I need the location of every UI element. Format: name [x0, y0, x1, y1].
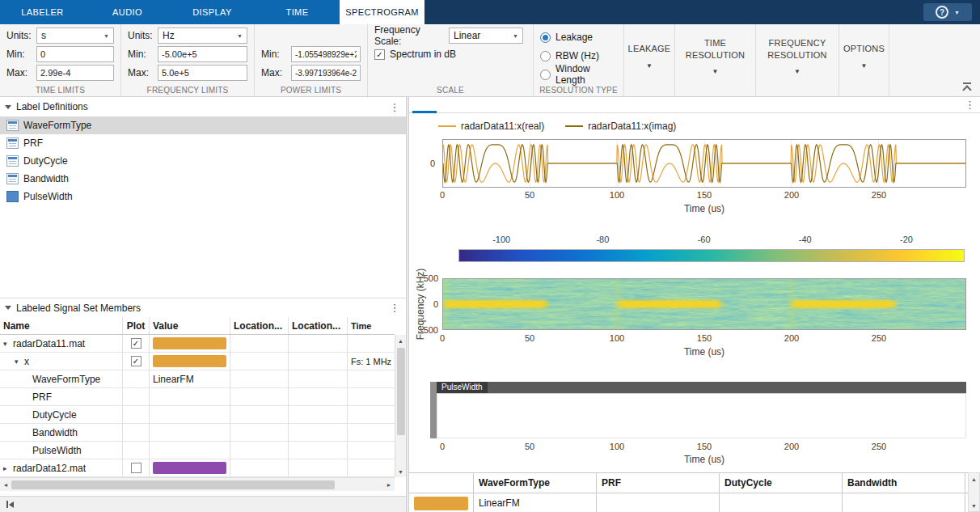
expander-icon[interactable]: ▸ [3, 464, 13, 472]
tab-spectrogram[interactable]: SPECTROGRAM [340, 0, 425, 24]
time-plot[interactable] [442, 139, 966, 188]
member-name: Bandwidth [32, 427, 78, 438]
members-header[interactable]: Labeled Signal Set Members ⋮ [0, 298, 406, 317]
x-tick-label: 250 [872, 442, 886, 451]
table-row[interactable]: Bandwidth [0, 424, 395, 442]
value-swatch [153, 462, 226, 474]
scroll-up-icon[interactable]: ▲ [395, 335, 406, 346]
units-label: Units: [6, 30, 36, 41]
column-header[interactable]: Time [348, 317, 395, 334]
frequency-scale-dropdown[interactable]: Linear ▼ [449, 28, 523, 44]
label-definition-dutycycle[interactable]: DutyCycle [0, 152, 406, 170]
frequency-min-input[interactable] [158, 46, 247, 62]
spectrogram-toolstrip: Units: s ▼ Min: Max: TIME LIMITS Units: … [0, 24, 980, 97]
pulsewidth-track-area[interactable] [437, 393, 966, 438]
power-max-input[interactable] [291, 65, 361, 81]
scroll-left-icon[interactable]: ◄ [0, 479, 11, 490]
members-kebab-icon[interactable]: ⋮ [388, 302, 401, 314]
leakage-button[interactable]: LEAKAGE ▼ [624, 24, 675, 96]
members-table-body: ▾ radarData11.mat ✓ ▾ x ✓ Fs: 1 MHz [0, 335, 395, 477]
label-definitions-kebab-icon[interactable]: ⋮ [388, 101, 401, 113]
x-axis-label: Time (us) [442, 203, 966, 216]
frequency-max-input[interactable] [158, 65, 247, 81]
column-header[interactable]: Bandwidth [843, 473, 965, 493]
label-value-cell[interactable] [597, 493, 720, 512]
label-track-handle[interactable] [430, 382, 437, 438]
time-max-input[interactable] [36, 65, 114, 81]
collapse-toolstrip-icon[interactable] [962, 83, 972, 91]
table-row[interactable]: DutyCycle [0, 406, 395, 424]
options-button[interactable]: OPTIONS ▼ [839, 24, 889, 96]
label-definition-prf[interactable]: PRF [0, 134, 406, 152]
frequency-units-dropdown[interactable]: Hz ▼ [158, 28, 247, 44]
expander-icon[interactable]: ▾ [15, 358, 24, 366]
x-axis-label: Time (us) [442, 346, 966, 359]
time-resolution-button[interactable]: TIME RESOLUTION ▼ [675, 24, 756, 96]
label-definition-pulsewidth[interactable]: PulseWidth [0, 188, 406, 205]
tab-labeler[interactable]: LABELER [0, 0, 85, 24]
label-value-cell[interactable]: LinearFM [474, 493, 597, 512]
frequency-resolution-button[interactable]: FREQUENCY RESOLUTION ▼ [756, 24, 839, 96]
label-definition-waveformtype[interactable]: WaveFormType [0, 116, 406, 134]
radio-leakage[interactable]: Leakage [540, 29, 617, 45]
min-label: Min: [261, 49, 291, 60]
time-min-input[interactable] [36, 46, 114, 62]
tab-time[interactable]: TIME [255, 0, 340, 24]
time-units-dropdown[interactable]: s ▼ [36, 28, 114, 44]
scroll-down-icon[interactable]: ▼ [395, 466, 406, 477]
table-row[interactable]: ▾ x ✓ Fs: 1 MHz [0, 353, 395, 370]
x-tick-label: 50 [525, 333, 534, 343]
scroll-up-icon[interactable]: ▲ [969, 473, 979, 484]
column-header[interactable]: PRF [597, 473, 720, 493]
label-value-cell[interactable] [843, 493, 965, 512]
table-row[interactable]: PulseWidth [0, 442, 395, 459]
label-table-scrollbar[interactable]: ▲ ▼ [968, 472, 980, 512]
column-header[interactable]: Value [150, 317, 230, 334]
table-row[interactable]: PRF [0, 388, 395, 406]
radio-rbw[interactable]: RBW (Hz) [540, 48, 617, 64]
table-row[interactable]: ▾ radarData11.mat ✓ [0, 335, 395, 353]
members-vertical-scrollbar[interactable]: ▲ ▼ [395, 335, 406, 477]
members-horizontal-scrollbar[interactable]: ◄ ► [0, 477, 395, 491]
colorbar-tick-label: -20 [900, 235, 913, 244]
plot-checkbox[interactable] [131, 463, 142, 473]
tab-audio[interactable]: AUDIO [85, 0, 170, 24]
legend-item: radarData11:x(imag) [565, 121, 676, 132]
tab-display[interactable]: DISPLAY [170, 0, 255, 24]
spectrogram-x-axis: 0 50 100 150 200 250 [442, 333, 966, 345]
column-header[interactable]: Name [0, 317, 123, 334]
label-definitions-header[interactable]: Label Definitions ⋮ [0, 97, 406, 116]
column-header[interactable]: Location... [230, 317, 289, 334]
column-header[interactable]: DutyCycle [720, 473, 843, 493]
x-tick-label: 0 [440, 190, 445, 200]
plot-checkbox[interactable]: ✓ [131, 338, 142, 349]
section-label: RESOLUTION TYPE [534, 86, 623, 95]
label-value-cell[interactable] [720, 493, 843, 512]
table-row[interactable]: LinearFM [409, 493, 968, 512]
plot-checkbox[interactable]: ✓ [131, 356, 142, 366]
power-min-input[interactable] [291, 46, 361, 62]
scrollbar-thumb[interactable] [397, 348, 405, 435]
table-row[interactable]: WaveFormType LinearFM [0, 370, 395, 388]
spectrum-db-checkbox[interactable]: ✓ [374, 49, 385, 60]
table-row[interactable]: ▸ radarData12.mat [0, 459, 395, 477]
chevron-down-icon: ▼ [237, 33, 243, 39]
scrollbar-thumb[interactable] [11, 480, 335, 489]
column-header [409, 473, 474, 493]
collapse-panel-button[interactable] [6, 501, 14, 508]
column-header[interactable]: WaveFormType [474, 473, 597, 493]
column-header[interactable]: Location... [289, 317, 348, 334]
display-options-kebab-icon[interactable]: ⋮ [965, 99, 975, 111]
help-button[interactable]: ? ▼ [923, 3, 972, 21]
column-header[interactable]: Plot [123, 317, 150, 334]
label-definition-bandwidth[interactable]: Bandwidth [0, 170, 406, 188]
scroll-right-icon[interactable]: ► [383, 479, 395, 490]
spectrogram-plot[interactable] [442, 278, 966, 330]
tab-group: LABELER AUDIO DISPLAY TIME SPECTROGRAM [0, 0, 425, 24]
scroll-down-icon[interactable]: ▼ [969, 500, 979, 511]
radio-window-length[interactable]: Window Length [540, 66, 617, 83]
expander-icon[interactable]: ▾ [3, 340, 13, 348]
frequency-limits-section: Units: Hz ▼ Min: Max: FREQUENCY LIMITS [121, 24, 255, 96]
display-tab[interactable] [412, 97, 437, 113]
pulsewidth-track-header[interactable]: PulseWidth [437, 382, 966, 393]
